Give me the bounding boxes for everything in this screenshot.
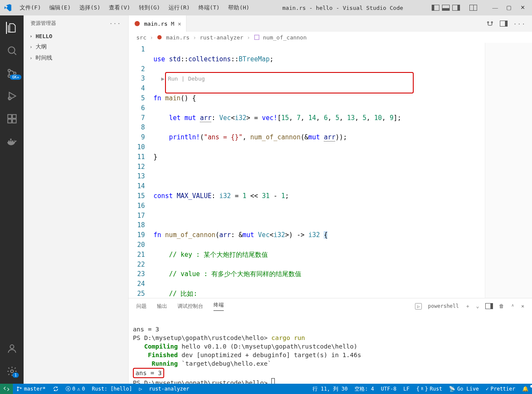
sidebar: 资源管理器 ··· ›HELLO ›大纲 ›时间线 [24, 15, 129, 384]
tab-main-rs[interactable]: main.rs M ✕ [129, 15, 186, 32]
terminal[interactable]: ans = 3 PS D:\mysetup\gopath\rustcode\he… [129, 314, 532, 384]
svg-point-18 [157, 35, 162, 39]
panel-tab-terminal[interactable]: 终端 [213, 301, 224, 311]
panel: 问题 输出 调试控制台 终端 ▷ powershell ＋ ⌄ 🗑 ＾ ✕ an… [129, 298, 532, 384]
menu-view[interactable]: 查看(V) [105, 4, 134, 12]
close-button[interactable]: ✕ [517, 4, 529, 11]
breadcrumb-src[interactable]: src [136, 34, 146, 41]
tab-bar: main.rs M ✕ ··· [129, 15, 532, 32]
terminal-cmd: cargo run [271, 334, 305, 341]
tree-item-timeline[interactable]: ›时间线 [24, 52, 128, 63]
activity-bar: 6K+ 1 [0, 15, 24, 384]
menu-run[interactable]: 运行(R) [164, 4, 194, 12]
chevron-right-icon: › [30, 33, 36, 39]
code-content[interactable]: use std::collections::BTreeMap; ▶ Run | … [153, 43, 485, 298]
highlight-box-2: ans = 3 [133, 368, 164, 378]
svg-point-0 [8, 47, 15, 53]
toggle-secondary-icon[interactable] [452, 5, 460, 11]
svg-rect-10 [10, 141, 11, 142]
maximize-panel-icon[interactable]: ＾ [510, 303, 515, 310]
toggle-panel-icon[interactable] [442, 5, 450, 11]
terminal-shell[interactable]: powershell [428, 303, 459, 309]
editor-more-icon[interactable]: ··· [514, 21, 526, 27]
minimap[interactable] [485, 43, 532, 298]
svg-rect-19 [254, 35, 259, 40]
sync-button[interactable] [49, 386, 62, 392]
tree-label: 大纲 [36, 43, 47, 51]
prettier-status[interactable]: ✓ Prettier [482, 386, 519, 392]
panel-tab-debug[interactable]: 调试控制台 [177, 303, 203, 310]
tree-label: 时间线 [36, 54, 52, 62]
svg-point-1 [8, 69, 10, 72]
svg-point-3 [13, 72, 15, 74]
settings-badge: 1 [12, 373, 19, 378]
toggle-sidebar-icon[interactable] [432, 5, 439, 11]
svg-rect-9 [8, 141, 9, 142]
minimize-button[interactable]: ― [489, 4, 501, 11]
run-debug-icon[interactable] [6, 90, 18, 102]
indentation[interactable]: 空格: 4 [351, 385, 378, 393]
scm-badge: 6K+ [10, 75, 21, 80]
editor[interactable]: 12345678910 💡11 121314151617181920212223… [129, 43, 532, 298]
terminal-dropdown-icon[interactable]: ⌄ [476, 303, 479, 309]
language-mode[interactable]: {R} Rust [413, 386, 445, 392]
docker-icon[interactable] [6, 135, 18, 147]
panel-tab-problems[interactable]: 问题 [136, 303, 147, 310]
compare-icon[interactable] [486, 20, 494, 27]
kill-terminal-icon[interactable]: 🗑 [499, 303, 504, 309]
svg-rect-6 [8, 119, 12, 123]
menu-select[interactable]: 选择(S) [75, 4, 105, 12]
menu-go[interactable]: 转到(G) [135, 4, 164, 12]
run-indicator[interactable]: ▷ [135, 386, 145, 392]
menu-file[interactable]: 文件(F) [15, 4, 45, 12]
close-tab-icon[interactable]: ✕ [178, 21, 181, 27]
encoding[interactable]: UTF-8 [378, 386, 400, 392]
sidebar-title: 资源管理器 [30, 20, 56, 27]
menu-help[interactable]: 帮助(H) [224, 4, 253, 12]
split-terminal-icon[interactable] [485, 303, 493, 309]
chevron-right-icon: › [30, 44, 36, 50]
notifications-icon[interactable]: 🔔 [519, 386, 532, 392]
account-icon[interactable] [6, 343, 18, 355]
remote-indicator[interactable] [0, 384, 13, 394]
new-terminal-icon[interactable]: ＋ [465, 303, 470, 310]
tab-modified: M [171, 21, 174, 27]
settings-icon[interactable]: 1 [6, 365, 18, 377]
eol[interactable]: LF [400, 386, 413, 392]
menu-terminal[interactable]: 终端(T) [194, 4, 224, 12]
close-panel-icon[interactable]: ✕ [521, 303, 524, 309]
svg-point-22 [20, 388, 21, 388]
tab-label: main.rs [144, 21, 168, 27]
explorer-icon[interactable] [6, 22, 18, 34]
git-branch[interactable]: master* [13, 386, 49, 392]
breadcrumb-ra[interactable]: rust-analyzer [200, 34, 243, 41]
errors-warnings[interactable]: ⓧ 0 ⚠ 0 [62, 385, 89, 393]
svg-rect-11 [12, 141, 13, 142]
tree-item-hello[interactable]: ›HELLO [24, 31, 128, 41]
svg-point-16 [487, 22, 489, 23]
breadcrumb-fn[interactable]: num_of_cannon [263, 34, 307, 41]
svg-rect-5 [8, 114, 12, 118]
terminal-line: PS D:\mysetup\gopath\rustcode\hello> [133, 379, 271, 384]
search-icon[interactable] [6, 45, 18, 57]
rust-analyzer-status[interactable]: rust-analyzer [145, 386, 192, 392]
breadcrumb[interactable]: src› main.rs› rust-analyzer› num_of_cann… [129, 32, 532, 43]
menu-edit[interactable]: 编辑(E) [45, 4, 75, 12]
sidebar-more-icon[interactable]: ··· [109, 21, 121, 27]
customize-layout-icon[interactable] [469, 5, 477, 11]
svg-point-20 [17, 387, 18, 388]
panel-tab-output[interactable]: 输出 [157, 303, 167, 310]
cursor-position[interactable]: 行 11, 列 30 [309, 385, 351, 393]
go-live[interactable]: 📡 Go Live [445, 386, 482, 392]
split-editor-icon[interactable] [500, 21, 508, 27]
maximize-button[interactable]: ▢ [503, 4, 515, 11]
extensions-icon[interactable] [6, 113, 18, 125]
source-control-icon[interactable]: 6K+ [6, 67, 18, 79]
chevron-right-icon: › [30, 55, 36, 61]
breadcrumb-file[interactable]: main.rs [166, 34, 189, 41]
titlebar: 文件(F) 编辑(E) 选择(S) 查看(V) 转到(G) 运行(R) 终端(T… [0, 0, 532, 15]
tree-item-outline[interactable]: ›大纲 [24, 41, 128, 52]
rust-project[interactable]: Rust: [hello] [88, 386, 135, 392]
terminal-profile-icon[interactable]: ▷ [415, 303, 422, 310]
code-lens[interactable]: ▶ Run | Debug [161, 75, 205, 82]
